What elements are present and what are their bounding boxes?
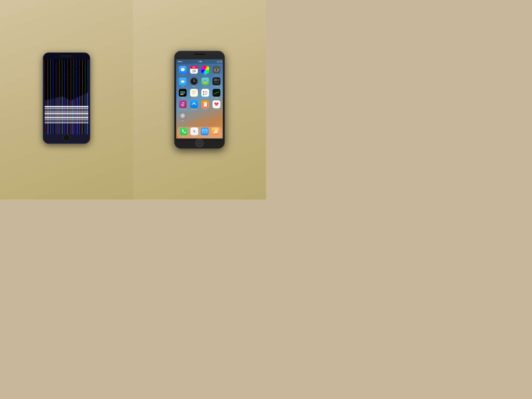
svg-rect-70	[184, 115, 185, 116]
svg-rect-34	[180, 91, 185, 92]
broken-phone	[42, 52, 91, 147]
svg-rect-48	[205, 93, 208, 93]
app-wallet[interactable]: Wallet	[178, 89, 187, 99]
svg-rect-89	[215, 129, 217, 130]
app-health[interactable]: ヘルスケア	[212, 100, 221, 110]
video-icon	[213, 77, 220, 85]
svg-point-19	[196, 81, 197, 82]
left-panel	[0, 0, 133, 200]
ibooks-icon	[201, 100, 209, 108]
svg-rect-42	[192, 94, 195, 95]
maps-label: マップ	[203, 86, 207, 87]
svg-point-0	[181, 68, 185, 71]
status-icons: ⍾	[217, 61, 222, 63]
power-button-right	[224, 68, 225, 72]
svg-rect-38	[192, 91, 196, 91]
app-calendar[interactable]: 金曜日 18 カレンダー	[189, 66, 199, 76]
appstore-icon	[190, 100, 198, 108]
settings-icon	[179, 112, 187, 120]
silent-switch	[43, 66, 43, 69]
video-label: ビデオ	[215, 86, 218, 87]
reminders-label: リマインダー	[201, 97, 209, 99]
dock-safari-label: Safari	[192, 136, 196, 137]
dock-music[interactable]: ミュージック	[211, 127, 219, 137]
svg-rect-59	[204, 103, 207, 103]
svg-text:280: 280	[204, 82, 207, 83]
stocks-label: 株価	[215, 97, 218, 99]
svg-point-45	[203, 93, 204, 94]
dock-safari[interactable]: Safari	[190, 127, 198, 137]
dock-phone[interactable]: 電話	[180, 127, 188, 137]
app-itunes[interactable]: iTunes Store	[178, 100, 187, 110]
svg-rect-39	[192, 92, 196, 92]
itunes-label: iTunes Store	[179, 109, 186, 110]
stocks-icon	[213, 89, 220, 97]
app-ibooks[interactable]: iBooks	[200, 100, 210, 110]
svg-rect-41	[192, 93, 196, 94]
wallet-label: Wallet	[181, 97, 184, 99]
svg-rect-60	[204, 103, 206, 104]
status-bar: SIMなし 1:36 ⍾	[176, 59, 223, 64]
svg-rect-61	[204, 104, 206, 104]
svg-rect-47	[205, 91, 208, 92]
svg-rect-6	[215, 68, 217, 69]
svg-point-18	[191, 81, 191, 82]
svg-point-85	[214, 132, 215, 133]
app-messages[interactable]: メッセージ	[178, 66, 187, 76]
svg-rect-51	[179, 101, 186, 108]
app-camera[interactable]: カメラ	[212, 66, 221, 76]
svg-point-53	[182, 104, 183, 105]
clock-icon	[190, 77, 198, 85]
app-stocks[interactable]: 株価	[212, 89, 221, 99]
wallet-icon	[179, 89, 187, 97]
broken-screen	[45, 59, 88, 134]
white-bars	[45, 106, 88, 134]
svg-rect-43	[202, 89, 209, 96]
dock-mail-label: メール	[203, 136, 207, 137]
calendar-icon: 金曜日 18	[190, 66, 198, 74]
svg-point-16	[194, 78, 194, 79]
clock-label: 時計	[193, 86, 195, 87]
reminders-icon	[201, 89, 209, 97]
app-reminders[interactable]: リマインダー	[200, 89, 210, 99]
earpiece	[194, 53, 205, 55]
music-icon	[211, 127, 219, 135]
svg-point-15	[194, 81, 194, 82]
volume-up-right	[174, 70, 175, 75]
svg-rect-49	[205, 94, 207, 95]
svg-rect-62	[203, 102, 204, 107]
svg-rect-67	[182, 113, 183, 114]
camera-icon	[213, 66, 220, 74]
app-photos[interactable]: 写真	[200, 66, 210, 76]
app-weather[interactable]: 天気	[178, 77, 187, 87]
safari-icon	[190, 127, 198, 135]
app-settings[interactable]: 設定	[178, 112, 187, 122]
phone-icon	[180, 127, 188, 135]
app-memo[interactable]: メモ	[189, 89, 199, 99]
appstore-label: App Store	[191, 109, 197, 110]
app-grid: メッセージ 金曜日 18 カレンダー	[176, 64, 223, 123]
ibooks-label: iBooks	[203, 109, 207, 110]
dock-mail[interactable]: メール	[201, 127, 209, 137]
app-appstore[interactable]: App Store	[189, 100, 199, 110]
weather-label: 天気	[181, 86, 184, 87]
calendar-label: カレンダー	[191, 74, 197, 76]
app-video[interactable]: ビデオ	[212, 77, 221, 87]
svg-rect-69	[180, 115, 181, 116]
battery-indicator	[219, 61, 222, 63]
volume-down-button	[43, 78, 43, 82]
svg-rect-68	[182, 117, 183, 118]
volume-down-right	[174, 76, 175, 81]
battery-icon	[219, 61, 222, 63]
app-clock[interactable]: 時計	[189, 77, 199, 87]
app-maps[interactable]: 280 マップ	[200, 77, 210, 87]
right-panel: SIMなし 1:36 ⍾	[133, 0, 266, 200]
itunes-icon	[179, 100, 187, 108]
good-phone: SIMなし 1:36 ⍾	[174, 51, 225, 149]
front-camera	[206, 53, 207, 54]
broken-phone-body	[43, 52, 90, 144]
svg-rect-36	[180, 94, 184, 95]
svg-point-44	[203, 91, 204, 92]
home-button[interactable]	[196, 139, 203, 147]
carrier-label: SIMなし	[177, 61, 183, 63]
